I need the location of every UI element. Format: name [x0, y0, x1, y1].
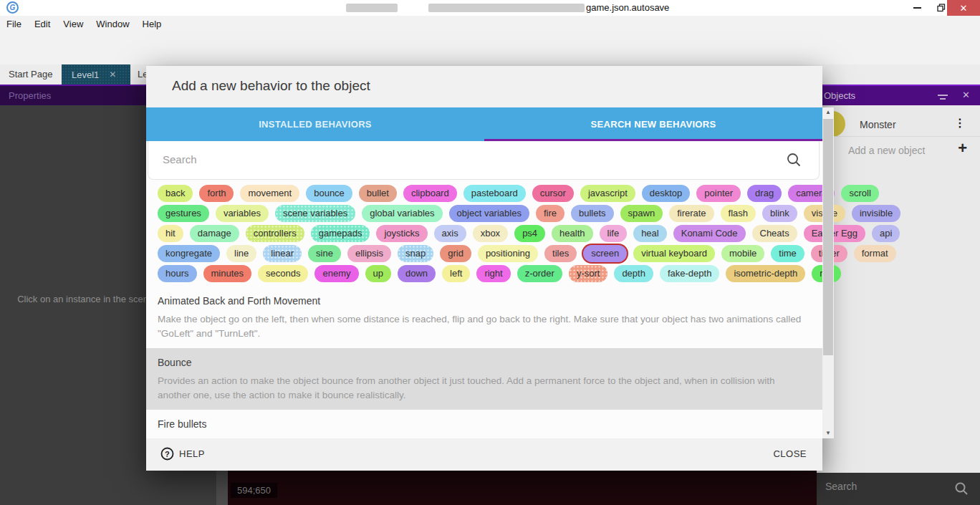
tag-chip-hit[interactable]: hit	[158, 225, 183, 242]
tab-level1[interactable]: Level1 ✕	[62, 64, 130, 85]
behavior-item-fire-bullets[interactable]: Fire bullets Allow the object to fire bu…	[146, 410, 822, 438]
tag-chip-virtual-keyboard[interactable]: virtual keyboard	[633, 245, 715, 262]
tag-chip-pointer[interactable]: pointer	[696, 185, 741, 202]
add-object-plus-icon[interactable]: +	[958, 139, 967, 158]
behavior-item-bounce[interactable]: Bounce Provides an action to make the ob…	[146, 348, 822, 410]
tag-chip-controllers[interactable]: controllers	[246, 225, 304, 242]
tag-chip-axis[interactable]: axis	[434, 225, 466, 242]
filter-icon[interactable]	[937, 92, 948, 105]
tag-chip-easter-egg[interactable]: Easter Egg	[804, 225, 865, 242]
tag-chip-damage[interactable]: damage	[190, 225, 239, 242]
tag-chip-screen[interactable]: screen	[583, 245, 627, 262]
tag-chip-global-variables[interactable]: global variables	[362, 205, 442, 222]
menu-file[interactable]: File	[0, 19, 28, 29]
tag-chip-pasteboard[interactable]: pasteboard	[463, 185, 526, 202]
tag-chip-konami-code[interactable]: Konami Code	[673, 225, 746, 242]
tag-chip-right[interactable]: right	[476, 265, 510, 282]
objects-panel-close-icon[interactable]: ✕	[962, 90, 970, 100]
tag-row: hoursminutessecondsenemyupdownleftrightz…	[158, 265, 817, 285]
tag-chip-fake-depth[interactable]: fake-depth	[660, 265, 719, 282]
tag-chip-minutes[interactable]: minutes	[203, 265, 252, 282]
close-window-button[interactable]: ✕	[947, 0, 980, 16]
tag-chip-enemy[interactable]: enemy	[314, 265, 358, 282]
tag-chip-bullets[interactable]: bullets	[571, 205, 614, 222]
add-object-label[interactable]: Add a new object	[848, 145, 925, 156]
help-button[interactable]: ? HELP	[160, 447, 205, 461]
tab-installed-behaviors[interactable]: INSTALLED BEHAVIORS	[146, 107, 484, 141]
tag-chip-heal[interactable]: heal	[633, 225, 667, 242]
scroll-up-arrow[interactable]: ▲	[822, 107, 834, 117]
tag-row: gesturesvariablesscene variablesglobal v…	[158, 205, 817, 225]
tag-chip-mobile[interactable]: mobile	[721, 245, 764, 262]
dialog-scrollbar[interactable]: ▲ ▼	[822, 107, 834, 438]
minimize-button[interactable]	[904, 0, 930, 16]
behavior-search-input[interactable]	[161, 153, 766, 166]
menu-help[interactable]: Help	[136, 19, 168, 29]
add-behavior-dialog: Add a new behavior to the object INSTALL…	[146, 66, 834, 471]
tag-chip-movement[interactable]: movement	[240, 185, 299, 202]
tag-chip-up[interactable]: up	[365, 265, 391, 282]
tag-chip-firerate[interactable]: firerate	[669, 205, 714, 222]
tag-chip-left[interactable]: left	[442, 265, 470, 282]
tag-chip-variables[interactable]: variables	[216, 205, 269, 222]
tag-chip-scroll[interactable]: scroll	[841, 185, 878, 202]
tag-chip-ps4[interactable]: ps4	[514, 225, 545, 242]
tag-chip-down[interactable]: down	[398, 265, 436, 282]
objects-search-input[interactable]	[824, 480, 941, 493]
tag-chip-gestures[interactable]: gestures	[158, 205, 209, 222]
tag-chip-invisible[interactable]: invisible	[852, 205, 900, 222]
tag-chip-bounce[interactable]: bounce	[306, 185, 352, 202]
object-menu-icon[interactable]: ⋮	[954, 116, 966, 130]
tag-chip-clipboard[interactable]: clipboard	[403, 185, 457, 202]
tag-chip-object-variables[interactable]: object variables	[449, 205, 529, 222]
tab-start-page[interactable]: Start Page	[9, 69, 52, 80]
tab-close-icon[interactable]: ✕	[109, 69, 116, 80]
tag-chip-health[interactable]: health	[552, 225, 592, 242]
tag-chip-time[interactable]: time	[771, 245, 804, 262]
tag-chip-sine[interactable]: sine	[308, 245, 341, 262]
tag-chip-seconds[interactable]: seconds	[258, 265, 308, 282]
tag-chip-isometric-depth[interactable]: isometric-depth	[726, 265, 805, 282]
close-dialog-button[interactable]: CLOSE	[773, 448, 807, 459]
tag-chip-line[interactable]: line	[226, 245, 256, 262]
tag-chip-kongregate[interactable]: kongregate	[158, 245, 220, 262]
tag-chip-desktop[interactable]: desktop	[642, 185, 691, 202]
behavior-item-animated-back-forth[interactable]: Animated Back and Forth Movement Make th…	[146, 287, 822, 348]
tag-chip-tiles[interactable]: tiles	[544, 245, 577, 262]
tag-chip-back[interactable]: back	[158, 185, 193, 202]
tab-search-new-behaviors[interactable]: SEARCH NEW BEHAVIORS	[484, 107, 822, 141]
tag-chip-ellipsis[interactable]: ellipsis	[347, 245, 391, 262]
tag-chip-xbox[interactable]: xbox	[473, 225, 508, 242]
menu-edit[interactable]: Edit	[28, 19, 57, 29]
tag-chip-flash[interactable]: flash	[721, 205, 756, 222]
tag-chip-api[interactable]: api	[872, 225, 900, 242]
tag-chip-snap[interactable]: snap	[398, 245, 433, 262]
tag-chip-forth[interactable]: forth	[199, 185, 234, 202]
tag-chip-grid[interactable]: grid	[440, 245, 471, 262]
menu-window[interactable]: Window	[90, 19, 135, 29]
tag-chip-scene-variables[interactable]: scene variables	[275, 205, 355, 222]
behavior-results-list: Animated Back and Forth Movement Make th…	[146, 287, 822, 438]
tag-chip-format[interactable]: format	[854, 245, 896, 262]
tag-chip-gamepads[interactable]: gamepads	[311, 225, 370, 242]
tag-chip-hours[interactable]: hours	[158, 265, 197, 282]
tag-chip-javascript[interactable]: javascript	[580, 185, 635, 202]
tag-chip-z-order[interactable]: z-order	[517, 265, 562, 282]
tag-chip-joysticks[interactable]: joysticks	[376, 225, 427, 242]
tag-chip-positioning[interactable]: positioning	[478, 245, 538, 262]
scroll-down-arrow[interactable]: ▼	[822, 428, 834, 438]
tag-chip-linear[interactable]: linear	[263, 245, 302, 262]
scrollbar-thumb[interactable]	[823, 119, 833, 355]
tag-chip-spawn[interactable]: spawn	[620, 205, 663, 222]
dialog-actions-bar: ? HELP CLOSE	[146, 438, 822, 471]
tag-chip-cheats[interactable]: Cheats	[752, 225, 797, 242]
tag-chip-fire[interactable]: fire	[536, 205, 565, 222]
tag-chip-blink[interactable]: blink	[762, 205, 797, 222]
tag-chip-bullet[interactable]: bullet	[359, 185, 397, 202]
menu-view[interactable]: View	[57, 19, 90, 29]
tag-chip-cursor[interactable]: cursor	[532, 185, 574, 202]
tag-chip-drag[interactable]: drag	[747, 185, 782, 202]
tag-chip-depth[interactable]: depth	[614, 265, 653, 282]
tag-chip-life[interactable]: life	[600, 225, 628, 242]
tag-chip-y-sort[interactable]: y-sort	[569, 265, 608, 282]
